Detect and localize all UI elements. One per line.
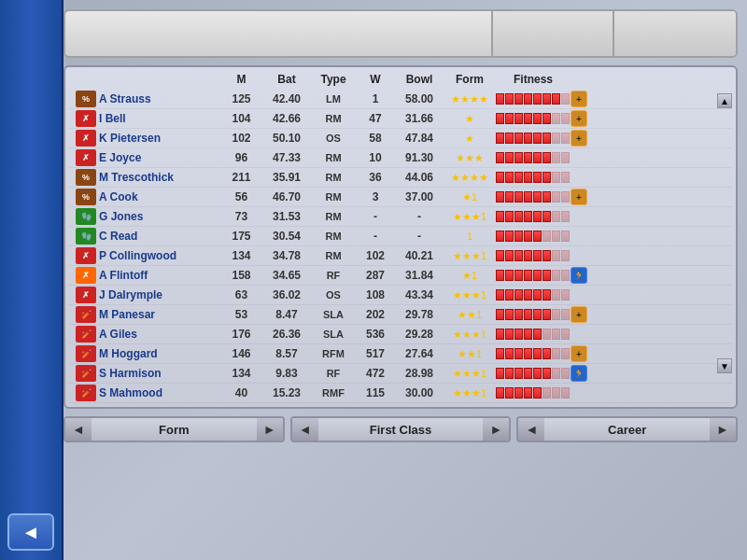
fitness-segment — [543, 133, 551, 144]
player-action[interactable]: + — [571, 345, 589, 362]
player-form: ★★★ — [444, 152, 496, 164]
player-bowl-avg: 40.21 — [395, 249, 444, 262]
nav-section-form: ◄ Form ► — [63, 416, 285, 442]
player-bowl-avg: 47.84 — [395, 132, 444, 145]
player-form: ★ — [444, 133, 496, 145]
player-action[interactable]: + — [571, 91, 589, 107]
fitness-segment — [496, 387, 504, 399]
fitness-segment — [514, 387, 523, 399]
fitness-segment — [514, 289, 523, 301]
fitness-bar — [496, 93, 571, 105]
fitness-segment — [533, 309, 542, 320]
fitness-segment — [552, 368, 560, 379]
fitness-segment — [496, 133, 504, 144]
player-action[interactable]: 🏃 — [571, 267, 589, 284]
player-name[interactable]: P Collingwood — [99, 249, 220, 262]
player-name[interactable]: M Hoggard — [99, 347, 220, 360]
sessions-remaining-label — [65, 11, 493, 56]
fitness-segment — [496, 270, 504, 281]
player-name[interactable]: E Joyce — [99, 151, 220, 164]
table-row: 🏏 S Mahmood 40 15.23 RMF 115 30.00 ★★★1 — [69, 384, 732, 403]
player-type-icon: % — [76, 189, 96, 205]
fitness-segment — [514, 231, 523, 242]
player-bowl-avg: 43.34 — [395, 288, 444, 301]
nav-label: Career — [544, 423, 710, 437]
fitness-segment — [561, 93, 570, 105]
player-bowl-avg: - — [395, 230, 444, 243]
scroll-down-button[interactable]: ▼ — [717, 358, 732, 373]
nav-prev-button[interactable]: ◄ — [518, 416, 544, 442]
player-bowl-avg: 44.06 — [395, 171, 444, 184]
player-name[interactable]: J Dalrymple — [99, 288, 220, 301]
player-action[interactable]: + — [571, 306, 589, 323]
player-bat-avg: 31.53 — [262, 210, 311, 223]
player-wickets: 115 — [356, 386, 395, 399]
fitness-segment — [524, 211, 532, 222]
player-icon: ✗ — [73, 130, 99, 147]
player-action[interactable]: + — [571, 130, 589, 147]
fitness-segment — [561, 329, 570, 340]
action-med-icon[interactable]: + — [571, 91, 587, 107]
player-action[interactable]: + — [571, 110, 589, 127]
player-name[interactable]: S Mahmood — [99, 386, 220, 399]
table-row: % A Cook 56 46.70 RM 3 37.00 ★1 + — [69, 188, 732, 207]
player-bowl-type: OS — [311, 133, 356, 144]
back-icon: ◄ — [21, 522, 40, 543]
fitness-segment — [505, 348, 514, 359]
player-name[interactable]: A Strauss — [99, 92, 220, 105]
player-bat-avg: 50.10 — [262, 132, 311, 145]
player-form: ★★★★ — [444, 93, 496, 105]
fitness-segment — [561, 270, 570, 281]
action-med-icon[interactable]: + — [571, 189, 587, 205]
action-run-icon[interactable]: 🏃 — [571, 365, 587, 382]
player-name[interactable]: A Giles — [99, 328, 220, 341]
player-action[interactable]: 🏃 — [571, 365, 589, 382]
back-button[interactable]: ◄ — [7, 513, 54, 551]
nav-next-button[interactable]: ► — [483, 416, 509, 442]
fitness-segment — [524, 368, 532, 379]
player-icon: 🧤 — [73, 228, 99, 245]
player-name[interactable]: C Read — [99, 230, 220, 243]
player-bat-avg: 35.91 — [262, 171, 311, 184]
table-row: 🏏 M Hoggard 146 8.57 RFM 517 27.64 ★★1 + — [69, 344, 732, 364]
player-name[interactable]: G Jones — [99, 210, 220, 223]
player-name[interactable]: M Trescothick — [99, 171, 220, 184]
player-bowl-avg: 29.28 — [395, 328, 444, 341]
nav-prev-button[interactable]: ◄ — [292, 416, 318, 442]
col-icon — [73, 73, 99, 86]
fitness-segment — [505, 113, 514, 124]
main-content: M Bat Type W Bowl Form Fitness % A Strau… — [63, 9, 738, 551]
fitness-segment — [496, 348, 504, 359]
player-action[interactable]: + — [571, 189, 589, 205]
player-type-icon: % — [76, 91, 96, 107]
action-med-icon[interactable]: + — [571, 345, 587, 362]
player-name[interactable]: A Flintoff — [99, 269, 220, 282]
fitness-segment — [524, 329, 532, 340]
player-name[interactable]: I Bell — [99, 112, 220, 125]
nav-prev-button[interactable]: ◄ — [65, 416, 92, 442]
player-icon: 🏏 — [73, 365, 99, 382]
fitness-segment — [533, 289, 542, 301]
action-run-icon[interactable]: 🏃 — [571, 267, 587, 284]
player-name[interactable]: S Harmison — [99, 367, 220, 380]
fitness-segment — [514, 113, 523, 124]
fitness-segment — [496, 152, 504, 163]
fitness-segment — [543, 289, 551, 301]
action-med-icon[interactable]: + — [571, 306, 587, 323]
player-bowl-type: RF — [311, 368, 356, 379]
nav-next-button[interactable]: ► — [257, 416, 283, 442]
table-row: ✗ K Pietersen 102 50.10 OS 58 47.84 ★ + — [69, 129, 732, 148]
nav-next-button[interactable]: ► — [710, 416, 736, 442]
player-wickets: 472 — [356, 367, 395, 380]
fitness-segment — [514, 133, 523, 144]
player-name[interactable]: A Cook — [99, 190, 220, 203]
fitness-segment — [561, 211, 570, 222]
action-med-icon[interactable]: + — [571, 130, 587, 147]
player-bowl-type: SLA — [311, 329, 356, 340]
player-name[interactable]: M Panesar — [99, 308, 220, 321]
scroll-up-button[interactable]: ▲ — [717, 93, 732, 108]
player-name[interactable]: K Pietersen — [99, 132, 220, 145]
action-med-icon[interactable]: + — [571, 110, 587, 127]
fitness-segment — [514, 191, 523, 203]
table-row: 🏏 M Panesar 53 8.47 SLA 202 29.78 ★★1 + — [69, 305, 732, 325]
